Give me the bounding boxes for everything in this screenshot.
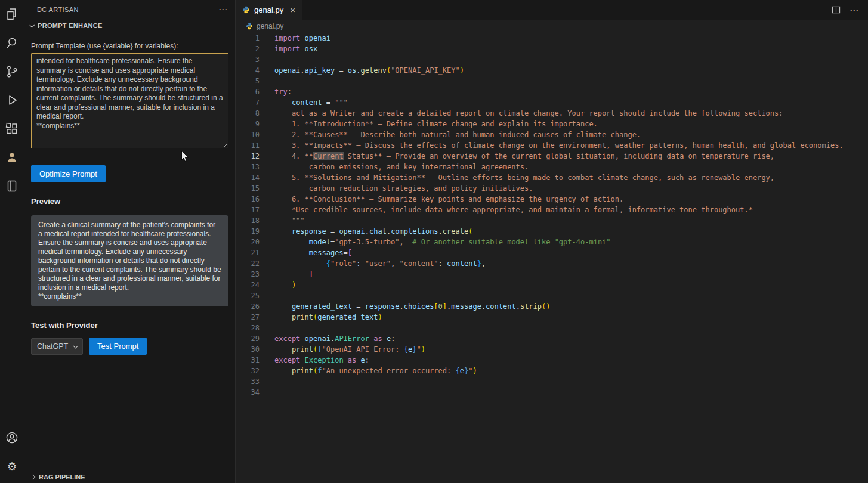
line-number: 24 [236, 280, 260, 290]
line-content [260, 76, 274, 86]
sidebar-body: Prompt Template (use {variable} for vari… [24, 32, 235, 470]
code-line[interactable]: 30 print(f"OpenAI API Error: {e}") [236, 344, 868, 355]
line-content: except Exception as e: [260, 355, 369, 366]
account-icon[interactable] [0, 423, 24, 452]
line-content: 5. **Solutions and Mitigation** – Outlin… [260, 172, 774, 183]
code-line[interactable]: 27 print(generated_text) [236, 312, 868, 323]
code-area[interactable]: 1import openai2import osx34openai.api_ke… [236, 33, 868, 483]
line-number: 10 [236, 129, 260, 140]
code-line[interactable]: 20 model="gpt-3.5-turbo", # Or another s… [236, 237, 868, 247]
provider-row: ChatGPT Test Prompt [31, 338, 228, 355]
split-editor-icon[interactable] [832, 5, 841, 14]
editor-group: genai.py × ⋯ genai.py 1import openai2imp… [236, 0, 868, 483]
line-number: 20 [236, 237, 260, 247]
section-rag-pipeline-label: RAG PIPELINE [39, 473, 85, 481]
line-number: 7 [236, 97, 260, 108]
line-content: generated_text = response.choices[0].mes… [260, 301, 551, 312]
line-number: 12 [236, 151, 260, 162]
line-content: 2. **Causes** – Describe both natural an… [260, 129, 641, 140]
line-content: messages=[ [260, 247, 352, 258]
search-icon[interactable] [0, 29, 24, 57]
code-line[interactable]: 2import osx [236, 44, 868, 54]
line-number: 5 [236, 76, 260, 86]
code-line[interactable]: 18 """ [236, 215, 868, 226]
line-number: 22 [236, 258, 260, 269]
line-content: 6. **Conclusion** – Summarize key points… [260, 194, 623, 205]
settings-gear-icon[interactable]: ⚙ [0, 452, 24, 481]
provider-select-value: ChatGPT [37, 342, 68, 351]
code-line[interactable]: 21 messages=[ [236, 247, 868, 258]
code-line[interactable]: 34 [236, 387, 868, 398]
code-line[interactable]: 14 5. **Solutions and Mitigation** – Out… [236, 172, 868, 183]
prompt-template-textarea[interactable]: intended for healthcare professionals. E… [31, 53, 228, 148]
test-prompt-button[interactable]: Test Prompt [89, 338, 147, 355]
tab-label: genai.py [254, 5, 283, 14]
code-line[interactable]: 26 generated_text = response.choices[0].… [236, 301, 868, 312]
more-actions-icon[interactable]: ⋯ [850, 5, 859, 16]
explorer-icon[interactable] [0, 0, 24, 29]
line-number: 31 [236, 355, 260, 366]
code-line[interactable]: 1import openai [236, 33, 868, 44]
preview-box: Create a clinical summary of the patient… [31, 215, 228, 306]
editor-actions: ⋯ [832, 0, 868, 20]
section-rag-pipeline[interactable]: RAG PIPELINE [24, 470, 235, 483]
line-content: carbon reduction strategies, and policy … [260, 183, 533, 194]
code-line[interactable]: 32 print(f"An unexpected error occurred:… [236, 366, 868, 376]
tab-close-icon[interactable]: × [290, 5, 295, 14]
line-content [260, 323, 274, 333]
line-number: 4 [236, 65, 260, 76]
tab-genai-py[interactable]: genai.py × [236, 0, 302, 20]
line-content [260, 54, 274, 65]
line-number: 8 [236, 108, 260, 119]
code-line[interactable]: 6try: [236, 86, 868, 97]
code-line[interactable]: 33 [236, 376, 868, 387]
code-line[interactable]: 11 3. **Impacts** – Discuss the effects … [236, 140, 868, 151]
line-content: carbon emissions, and key international … [260, 162, 529, 172]
code-line[interactable]: 29except openai.APIError as e: [236, 333, 868, 344]
code-line[interactable]: 19 response = openai.chat.completions.cr… [236, 226, 868, 237]
line-number: 23 [236, 269, 260, 280]
line-content: *Use credible sources, include data wher… [260, 205, 753, 215]
extensions-icon[interactable] [0, 114, 24, 143]
source-control-icon[interactable] [0, 57, 24, 86]
code-line[interactable]: 9 1. **Introduction** – Define climate c… [236, 119, 868, 129]
sidebar-more-actions-icon[interactable]: ⋯ [218, 4, 228, 15]
code-line[interactable]: 28 [236, 323, 868, 333]
section-prompt-enhance[interactable]: PROMPT ENHANCE [24, 19, 235, 32]
line-content: ) [260, 280, 296, 290]
code-line[interactable]: 3 [236, 54, 868, 65]
line-content [260, 376, 274, 387]
code-line[interactable]: 10 2. **Causes** – Describe both natural… [236, 129, 868, 140]
line-number: 29 [236, 333, 260, 344]
code-line[interactable]: 13 carbon emissions, and key internation… [236, 162, 868, 172]
code-line[interactable]: 25 [236, 290, 868, 301]
breadcrumb[interactable]: genai.py [236, 20, 868, 33]
line-number: 28 [236, 323, 260, 333]
activity-bar: ⚙ [0, 0, 24, 483]
line-content: {"role": "user", "content": content}, [260, 258, 486, 269]
line-content: try: [260, 86, 292, 97]
code-line[interactable]: 5 [236, 76, 868, 86]
line-content [260, 387, 274, 398]
code-line[interactable]: 23 ] [236, 269, 868, 280]
code-line[interactable]: 15 carbon reduction strategies, and poli… [236, 183, 868, 194]
line-content: content = """ [260, 97, 348, 108]
vscode-window: ⚙ DC ARTISAN ⋯ PROMPT ENHANCE Prompt Tem… [0, 0, 868, 483]
optimize-prompt-button[interactable]: Optimize Prompt [31, 165, 106, 182]
line-number: 1 [236, 33, 260, 44]
code-line[interactable]: 7 content = """ [236, 97, 868, 108]
run-debug-icon[interactable] [0, 86, 24, 114]
code-line[interactable]: 8 act as a Writer and create a detailed … [236, 108, 868, 119]
code-line[interactable]: 22 {"role": "user", "content": content}, [236, 258, 868, 269]
code-line[interactable]: 12 4. **Current Status** – Provide an ov… [236, 151, 868, 162]
code-line[interactable]: 24 ) [236, 280, 868, 290]
provider-select[interactable]: ChatGPT [31, 338, 83, 355]
notebook-icon[interactable] [0, 172, 24, 200]
line-content: """ [260, 215, 305, 226]
line-content: 1. **Introduction** – Define climate cha… [260, 119, 598, 129]
dc-artisan-icon[interactable] [0, 143, 24, 172]
code-line[interactable]: 31except Exception as e: [236, 355, 868, 366]
code-line[interactable]: 4openai.api_key = os.getenv("OPENAI_API_… [236, 65, 868, 76]
code-line[interactable]: 17 *Use credible sources, include data w… [236, 205, 868, 215]
code-line[interactable]: 16 6. **Conclusion** – Summarize key poi… [236, 194, 868, 205]
